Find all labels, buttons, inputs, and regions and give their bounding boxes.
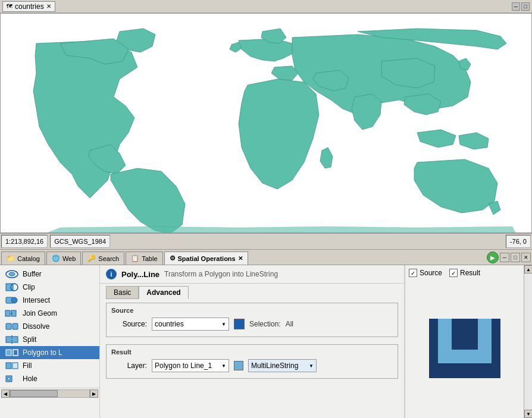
svg-rect-19 [452, 319, 478, 350]
result-check[interactable]: ✓ Result [449, 269, 480, 277]
intersect-icon [5, 296, 19, 305]
polygon-to-line-icon [5, 348, 19, 357]
sidebar-item-buffer[interactable]: Buffer [0, 268, 99, 281]
scale-display: 1:213,892,16 [1, 235, 48, 248]
source-section-title: Source [111, 307, 393, 314]
sidebar-item-dissolve[interactable]: Dissolve [0, 320, 99, 333]
svg-point-6 [11, 297, 17, 303]
sidebar-label-buffer: Buffer [23, 270, 42, 278]
spatial-ops-tab-close[interactable]: ✕ [238, 255, 243, 262]
buffer-icon [5, 269, 19, 279]
sidebar: Buffer Clip Intersect + Joi [0, 265, 100, 388]
sidebar-label-split: Split [23, 335, 36, 344]
coords-display: -76, 0 [506, 235, 531, 248]
hole-icon [5, 374, 19, 384]
tab-maximize-btn[interactable]: □ [511, 253, 520, 262]
table-icon: 📋 [131, 254, 139, 262]
catalog-icon: 📁 [7, 254, 15, 262]
sidebar-label-hole: Hole [23, 375, 37, 383]
svg-rect-12 [6, 337, 18, 342]
scroll-right-btn[interactable]: ▶ [90, 389, 98, 398]
tab-minimize-btn[interactable]: ─ [500, 253, 509, 262]
sidebar-item-fill[interactable]: Fill [0, 359, 99, 372]
sidebar-item-clip[interactable]: Clip [0, 281, 99, 294]
svg-rect-15 [6, 363, 11, 369]
join-geom-icon: + [5, 309, 19, 318]
result-check-label: Result [460, 269, 480, 277]
panel-tab-basic[interactable]: Basic [106, 286, 139, 299]
sidebar-label-polygon-to-line: Polygon to L [23, 348, 62, 357]
map-tab-icon: 🗺 [7, 3, 12, 10]
sidebar-label-intersect: Intersect [23, 296, 50, 304]
tab-close-btn[interactable]: ✕ [521, 253, 531, 262]
layer-dropdown-arrow: ▼ [221, 363, 226, 369]
panel-tab-advanced[interactable]: Advanced [139, 286, 188, 299]
crs-display: GCS_WGS_1984 [50, 235, 110, 248]
source-dropdown[interactable]: countries ▼ [152, 318, 229, 331]
selection-value: All [286, 320, 293, 328]
geom-type-dropdown[interactable]: MultiLineString ▼ [248, 359, 317, 372]
sidebar-item-intersect[interactable]: Intersect [0, 294, 99, 307]
svg-rect-16 [12, 363, 18, 369]
sidebar-label-join-geom: Join Geom [23, 309, 57, 318]
map-status-bar: 1:213,892,16 GCS_WGS_1984 -76, 0 [0, 233, 532, 250]
source-section: Source Source: countries ▼ Selection: Al… [106, 303, 398, 337]
sidebar-label-fill: Fill [23, 362, 32, 370]
tab-web[interactable]: 🌐 Web [46, 252, 81, 265]
source-check[interactable]: ✓ Source [409, 269, 442, 277]
layer-dropdown[interactable]: Polygon to Line_1 ▼ [152, 359, 229, 372]
run-button[interactable]: ▶ [487, 252, 499, 263]
layer-label: Layer: [111, 362, 147, 370]
minimize-button[interactable]: ─ [512, 2, 520, 11]
sidebar-label-clip: Clip [23, 283, 35, 291]
svg-rect-7 [5, 310, 10, 316]
scroll-v-track[interactable] [524, 274, 532, 410]
panel-tabs: Basic Advanced [100, 284, 404, 299]
result-checkbox[interactable]: ✓ [449, 269, 458, 277]
scroll-down-btn[interactable]: ▼ [524, 410, 532, 418]
operation-panel: i Poly...Line Transform a Polygon into L… [100, 265, 405, 418]
right-scrollbar: ▲ ▼ [524, 265, 532, 418]
tab-bar: 📁 Catalog 🌐 Web 🔑 Search 📋 Table ⚙ Spati… [0, 250, 532, 265]
scroll-up-btn[interactable]: ▲ [524, 265, 532, 274]
sidebar-item-hole[interactable]: Hole [0, 372, 99, 385]
result-section-title: Result [111, 348, 393, 356]
source-checkbox[interactable]: ✓ [409, 269, 417, 277]
operation-name: Poly...Line [121, 270, 159, 279]
tab-table[interactable]: 📋 Table [126, 252, 162, 265]
layer-row: Layer: Polygon to Line_1 ▼ MultiLineStri… [111, 359, 393, 372]
maximize-button[interactable]: □ [521, 2, 530, 11]
scroll-track[interactable] [10, 389, 90, 398]
svg-point-2 [9, 272, 15, 276]
map-canvas[interactable] [0, 13, 532, 233]
preview-header: ✓ Source ✓ Result [409, 269, 520, 277]
map-tab-label: countries [15, 2, 44, 11]
selection-label: Selection: [249, 320, 281, 328]
tab-catalog[interactable]: 📁 Catalog [1, 252, 45, 265]
map-tab-close[interactable]: ✕ [46, 3, 51, 10]
map-tab[interactable]: 🗺 countries ✕ [2, 1, 55, 12]
clip-icon [5, 282, 19, 292]
source-color-box [234, 319, 245, 329]
preview-svg [423, 313, 506, 384]
split-icon [5, 335, 19, 344]
scroll-thumb [10, 390, 58, 397]
svg-rect-10 [6, 323, 11, 329]
scroll-left-btn[interactable]: ◀ [1, 389, 10, 398]
sidebar-scrollbar: ◀ ▶ [0, 388, 99, 399]
layer-color-box [234, 361, 243, 370]
svg-text:+: + [10, 311, 13, 316]
spatial-ops-icon: ⚙ [170, 254, 176, 262]
sidebar-item-join-geom[interactable]: + Join Geom [0, 307, 99, 320]
web-icon: 🌐 [52, 254, 60, 262]
source-label: Source: [111, 320, 147, 328]
dissolve-icon [5, 322, 19, 331]
sidebar-item-split[interactable]: Split [0, 333, 99, 346]
tab-search[interactable]: 🔑 Search [82, 252, 124, 265]
dropdown-arrow: ▼ [221, 322, 226, 327]
tab-spatial-ops[interactable]: ⚙ Spatial Operations ✕ [164, 252, 248, 265]
world-map-svg [1, 14, 532, 232]
sidebar-item-polygon-to-line[interactable]: Polygon to L [0, 346, 99, 359]
preview-image [409, 282, 520, 414]
result-section: Result Layer: Polygon to Line_1 ▼ MultiL… [106, 344, 398, 379]
